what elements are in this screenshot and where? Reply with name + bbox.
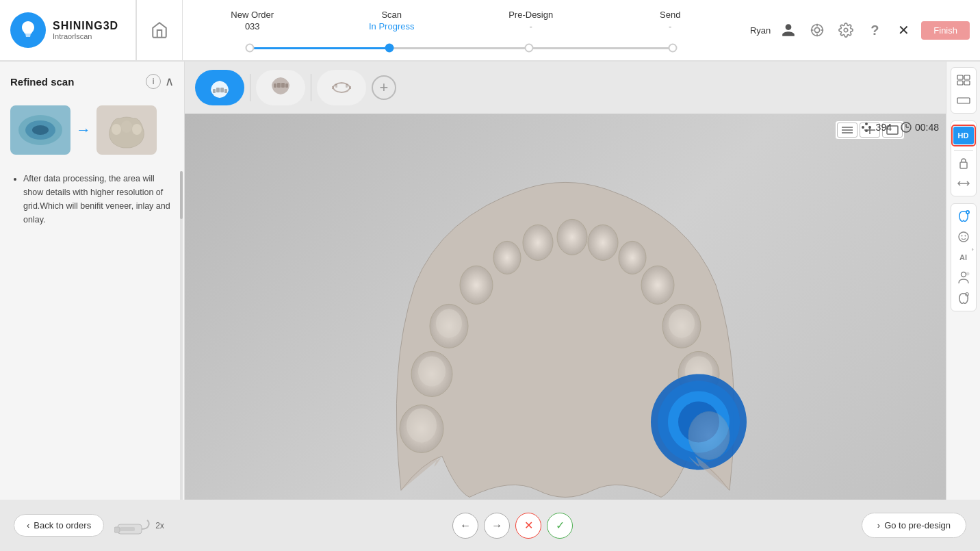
transform-button[interactable] <box>953 174 975 193</box>
view-lines-button[interactable] <box>837 123 858 138</box>
face-button[interactable] <box>953 227 975 246</box>
lock-button[interactable] <box>953 153 975 172</box>
tab-upper-jaw[interactable] <box>195 70 244 105</box>
svg-rect-15 <box>224 89 227 93</box>
bottom-center-area: ← → ✕ ✓ <box>452 513 573 539</box>
scanner-icon-area: 2x <box>114 512 164 539</box>
step-send-value: - <box>669 21 671 31</box>
step-new-order-value: 033 <box>245 21 260 31</box>
view-controls-group <box>951 67 977 114</box>
divider-1 <box>954 150 973 151</box>
svg-point-69 <box>966 272 969 276</box>
logo-section: SHINING3D Intraorlscan <box>0 0 137 60</box>
timer-stat: 00:48 <box>900 121 939 133</box>
svg-point-50 <box>862 126 864 129</box>
viewport-stats: 394 00:48 <box>860 120 939 134</box>
progress-dot-3 <box>524 44 533 53</box>
tooth-detect-button[interactable] <box>953 207 975 226</box>
help-icon-button[interactable]: ? <box>864 19 886 41</box>
left-panel: Refined scan i ∧ → <box>0 62 185 551</box>
svg-rect-19 <box>285 84 288 88</box>
confirm-button[interactable]: ✓ <box>547 513 573 539</box>
svg-point-9 <box>112 124 121 135</box>
home-button[interactable] <box>137 0 183 60</box>
svg-point-31 <box>557 219 587 255</box>
target-icon-button[interactable] <box>806 19 828 41</box>
hd-wrapper: HD <box>951 124 977 147</box>
svg-point-11 <box>132 124 142 135</box>
tab-add-button[interactable]: + <box>372 75 396 100</box>
timer-value: 00:48 <box>915 122 939 133</box>
svg-point-67 <box>964 235 966 237</box>
scanner-multiplier: 2x <box>155 521 164 530</box>
workflow-steps: New Order 033 Scan In Progress Pre-Desig… <box>183 0 740 60</box>
bottom-left-area: ‹ Back to orders 2x <box>14 512 164 539</box>
app-subtitle: Intraorlscan <box>53 32 118 40</box>
finish-button[interactable]: Finish <box>921 21 970 40</box>
app-title: SHINING3D <box>53 20 118 32</box>
analysis-tools-group: AI ° <box>951 203 977 311</box>
view-grid-top-button[interactable] <box>953 71 975 90</box>
delete-button[interactable]: ✕ <box>515 513 541 539</box>
go-to-predesign-button[interactable]: › Go to pre-design <box>862 513 966 538</box>
arrow-icon: → <box>76 121 91 139</box>
undo-button[interactable]: ← <box>452 513 478 539</box>
dental-arch-model <box>333 162 798 517</box>
collapse-button[interactable]: ∧ <box>165 74 174 89</box>
view-single-button[interactable] <box>953 91 975 110</box>
point-count-stat: 394 <box>860 120 892 134</box>
scan-thumb-after <box>96 105 157 155</box>
scan-3d-viewport[interactable]: 394 00:48 <box>185 114 946 551</box>
settings-icon-button[interactable] <box>835 19 857 41</box>
right-sidebar: HD <box>946 62 980 551</box>
main-layout: Refined scan i ∧ → <box>0 62 980 551</box>
header: SHINING3D Intraorlscan New Order 033 Sca… <box>0 0 980 62</box>
svg-point-29 <box>493 241 521 274</box>
tab-divider-1 <box>250 74 250 101</box>
svg-rect-14 <box>220 88 224 92</box>
info-icon: i <box>153 77 155 86</box>
tab-bite[interactable] <box>317 70 366 105</box>
scan-thumb-before <box>10 105 70 155</box>
svg-point-65 <box>959 232 968 242</box>
svg-rect-18 <box>281 83 285 88</box>
svg-point-36 <box>669 309 695 337</box>
logo-text: SHINING3D Intraorlscan <box>53 20 118 40</box>
svg-point-23 <box>407 408 437 442</box>
panel-header: Refined scan i ∧ <box>7 68 177 94</box>
back-to-orders-button[interactable]: ‹ Back to orders <box>14 514 104 537</box>
dental2-button[interactable] <box>953 289 975 308</box>
close-button[interactable]: ✕ <box>892 19 914 41</box>
step-pre-design: Pre-Design - <box>461 10 600 31</box>
logo-icon <box>10 12 46 48</box>
info-button[interactable]: i <box>146 74 161 89</box>
progress-dot-4 <box>669 44 678 53</box>
scanner-icon <box>114 512 152 539</box>
svg-point-66 <box>961 235 962 237</box>
bottom-right-area: › Go to pre-design <box>862 513 966 538</box>
step-send: Send - <box>600 10 739 31</box>
panel-description: After data processing, the area will sho… <box>7 168 177 230</box>
svg-rect-21 <box>346 84 348 88</box>
redo-button[interactable]: → <box>484 513 510 539</box>
tab-lower-jaw[interactable] <box>256 70 305 105</box>
step-scan: Scan In Progress <box>322 10 461 31</box>
tab-divider-2 <box>311 74 311 101</box>
svg-point-28 <box>460 266 493 304</box>
ai-button[interactable]: AI ° <box>953 248 975 267</box>
svg-point-10 <box>121 120 132 133</box>
panel-scrollbar[interactable] <box>180 171 183 537</box>
svg-rect-20 <box>335 84 337 88</box>
person-button[interactable] <box>953 268 975 287</box>
hd-button-border: HD <box>951 125 976 146</box>
svg-point-33 <box>619 241 646 274</box>
svg-rect-60 <box>964 81 970 85</box>
progress-dot-2 <box>385 44 394 53</box>
back-chevron-icon: ‹ <box>27 520 29 530</box>
hd-button[interactable]: HD <box>953 127 974 144</box>
step-predesign-value: - <box>530 21 532 31</box>
user-avatar-button[interactable] <box>777 19 799 41</box>
svg-point-32 <box>588 225 618 260</box>
panel-controls: i ∧ <box>146 74 174 89</box>
step-new-order: New Order 033 <box>183 10 322 31</box>
